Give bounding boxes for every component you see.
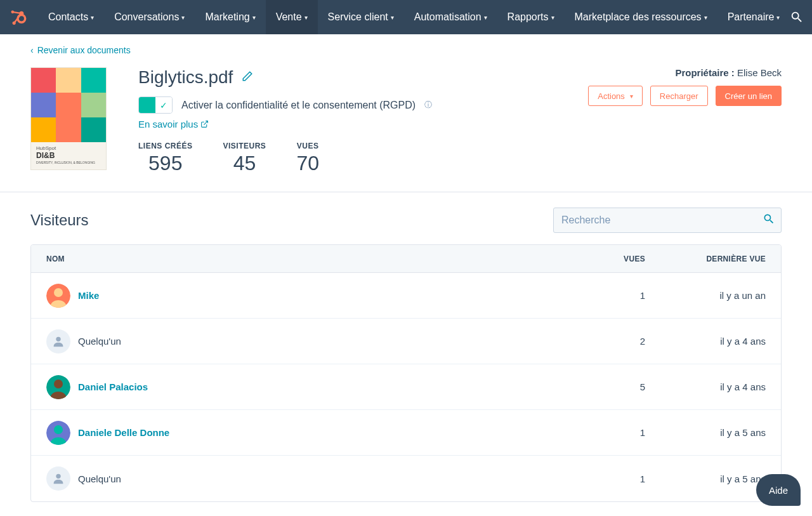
visitor-last-view: il y a 5 ans: [645, 473, 766, 484]
breadcrumb: ‹Revenir aux documents: [0, 34, 812, 56]
col-last: DERNIÈRE VUE: [645, 255, 766, 263]
nav-partenaire[interactable]: Partenaire▾: [717, 0, 790, 34]
visitor-views: 1: [588, 427, 645, 438]
chevron-down-icon: ▾: [551, 14, 554, 21]
table-row: Mike1il y a un an: [31, 273, 781, 319]
check-icon: ✓: [160, 100, 167, 110]
col-name: NOM: [46, 255, 588, 263]
chevron-down-icon: ▾: [91, 14, 94, 21]
thumb-brand-sub: DIVERSITY, INCLUSION, & BELONGING: [36, 161, 95, 164]
user-avatar-icon: [46, 421, 70, 445]
external-link-icon: [200, 120, 209, 128]
top-nav: Contacts▾ Conversations▾ Marketing▾ Vent…: [0, 0, 812, 34]
stat-visitors-label: VISITEURS: [223, 142, 266, 150]
table-row: Daniele Delle Donne1il y a 5 ans: [31, 410, 781, 456]
svg-point-11: [56, 474, 60, 479]
visitor-views: 5: [588, 381, 645, 392]
visitors-table: NOM VUES DERNIÈRE VUE Mike1il y a un anQ…: [30, 244, 782, 502]
owner-label: Propriétaire :: [675, 67, 734, 78]
svg-point-5: [54, 288, 63, 297]
chevron-down-icon: ▾: [181, 14, 185, 21]
user-avatar-icon: [46, 284, 70, 308]
user-avatar-icon: [46, 375, 70, 399]
visitor-views: 1: [588, 290, 645, 301]
actions-button[interactable]: Actions ▾: [588, 86, 643, 106]
svg-point-6: [56, 336, 60, 341]
help-button[interactable]: Aide: [756, 474, 801, 506]
chevron-down-icon: ▾: [304, 14, 308, 21]
stat-links: LIENS CRÉÉS 595: [138, 142, 193, 175]
search-input[interactable]: [553, 208, 782, 233]
document-thumbnail[interactable]: HubSpot DI&B DIVERSITY, INCLUSION, & BEL…: [30, 67, 107, 170]
visitor-views: 2: [588, 336, 645, 347]
stat-views-label: VUES: [296, 142, 319, 150]
visitor-name[interactable]: Mike: [78, 290, 99, 301]
document-meta: Biglytics.pdf ✓ Activer la confidentiali…: [138, 67, 556, 175]
visitors-section: Visiteurs NOM VUES DERNIÈRE VUE Mike1il …: [0, 192, 812, 516]
nav-marketing[interactable]: Marketing▾: [195, 0, 265, 34]
nav-marketplace[interactable]: Marketplace des ressources▾: [565, 0, 717, 34]
table-row: Daniel Palacios5il y a 4 ans: [31, 364, 781, 410]
table-row: Quelqu'un2il y a 4 ans: [31, 319, 781, 364]
search-icon[interactable]: [763, 213, 775, 228]
visitor-name[interactable]: Daniel Palacios: [78, 381, 148, 392]
nav-vente[interactable]: Vente▾: [266, 0, 318, 34]
chevron-down-icon: ▾: [630, 93, 633, 100]
nav-menu: Contacts▾ Conversations▾ Marketing▾ Vent…: [38, 0, 790, 34]
chevron-down-icon: ▾: [484, 14, 487, 21]
chevron-down-icon: ▾: [391, 14, 394, 21]
visitor-last-view: il y a 5 ans: [645, 427, 766, 438]
table-header-row: NOM VUES DERNIÈRE VUE: [31, 245, 781, 273]
stat-views-value: 70: [296, 152, 319, 175]
owner-name: Elise Beck: [737, 67, 782, 78]
header-actions: Propriétaire : Elise Beck Actions ▾ Rech…: [588, 67, 782, 106]
svg-point-8: [54, 380, 63, 388]
thumb-brand-top: HubSpot: [36, 145, 56, 151]
visitors-heading: Visiteurs: [30, 211, 89, 229]
stat-visitors: VISITEURS 45: [223, 142, 266, 175]
back-link[interactable]: ‹Revenir aux documents: [30, 45, 131, 55]
create-link-button[interactable]: Créer un lien: [716, 86, 782, 106]
nav-automatisation[interactable]: Automatisation▾: [404, 0, 497, 34]
anon-avatar-icon: [46, 466, 70, 491]
visitor-name[interactable]: Daniele Delle Donne: [78, 427, 169, 438]
chevron-down-icon: ▾: [776, 14, 780, 21]
stat-links-label: LIENS CRÉÉS: [138, 142, 193, 150]
document-header: HubSpot DI&B DIVERSITY, INCLUSION, & BEL…: [0, 56, 812, 192]
col-views: VUES: [588, 255, 645, 263]
gdpr-toggle[interactable]: ✓: [138, 96, 173, 114]
nav-conversations[interactable]: Conversations▾: [104, 0, 195, 34]
chevron-down-icon: ▾: [704, 14, 707, 21]
document-title: Biglytics.pdf: [138, 67, 233, 88]
pencil-icon[interactable]: [242, 70, 253, 84]
thumb-brand-main: DI&B: [36, 151, 55, 160]
search-icon[interactable]: [790, 10, 804, 24]
svg-point-3: [18, 15, 25, 23]
nav-service-client[interactable]: Service client▾: [318, 0, 404, 34]
visitor-last-view: il y a 4 ans: [645, 381, 766, 392]
anon-avatar-icon: [46, 329, 70, 354]
svg-point-10: [54, 425, 63, 434]
visitor-name: Quelqu'un: [78, 473, 121, 484]
visitor-last-view: il y a un an: [645, 290, 766, 301]
nav-rapports[interactable]: Rapports▾: [497, 0, 565, 34]
owner-line: Propriétaire : Elise Beck: [675, 67, 782, 78]
table-row: Quelqu'un1il y a 5 ans: [31, 456, 781, 501]
nav-utilities: 10: [790, 8, 812, 27]
nav-contacts[interactable]: Contacts▾: [38, 0, 104, 34]
stat-visitors-value: 45: [223, 152, 266, 175]
chevron-left-icon: ‹: [30, 45, 34, 55]
reload-button[interactable]: Recharger: [650, 86, 708, 106]
info-icon[interactable]: ⓘ: [424, 100, 432, 110]
gdpr-label: Activer la confidentialité et le consent…: [181, 100, 416, 111]
learn-more-link[interactable]: En savoir plus: [138, 119, 209, 129]
visitor-name: Quelqu'un: [78, 336, 121, 347]
chevron-down-icon: ▾: [252, 14, 256, 21]
search-wrapper: [553, 208, 782, 233]
hubspot-logo-icon[interactable]: [9, 8, 27, 26]
visitor-last-view: il y a 4 ans: [645, 336, 766, 347]
visitor-views: 1: [588, 473, 645, 484]
stat-links-value: 595: [138, 152, 193, 175]
stat-views: VUES 70: [296, 142, 319, 175]
